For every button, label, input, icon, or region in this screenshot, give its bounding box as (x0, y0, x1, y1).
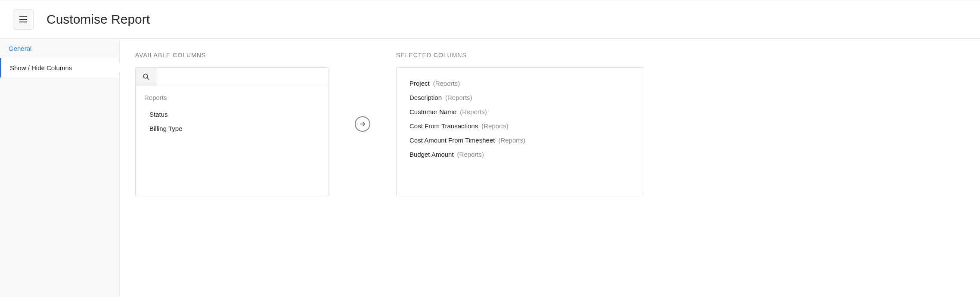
svg-point-0 (143, 74, 148, 78)
selected-item-source: (Reports) (460, 108, 487, 115)
selected-item-source: (Reports) (433, 80, 460, 87)
search-icon (136, 68, 156, 86)
selected-item-label: Cost From Transactions (409, 122, 478, 130)
available-group-label: Reports (144, 94, 320, 101)
selected-columns-block: SELECTED COLUMNS Project (Reports) Descr… (396, 52, 644, 196)
sidebar-item-show-hide-columns[interactable]: Show / Hide Columns (0, 58, 119, 78)
selected-item-label: Customer Name (409, 108, 456, 115)
hamburger-icon (19, 16, 27, 22)
available-item-label: Billing Type (149, 125, 182, 132)
transfer-controls (355, 116, 370, 132)
selected-columns-box: Project (Reports) Description (Reports) … (396, 67, 644, 196)
available-list: Reports Status Billing Type (136, 86, 329, 143)
available-columns-title: AVAILABLE COLUMNS (135, 52, 329, 59)
sidebar-item-general[interactable]: General (0, 39, 119, 58)
available-item-status[interactable]: Status (144, 107, 320, 121)
sidebar-item-label: General (9, 45, 31, 52)
selected-item-cost-from-transactions[interactable]: Cost From Transactions (Reports) (409, 119, 631, 133)
selected-item-description[interactable]: Description (Reports) (409, 90, 631, 105)
move-right-button[interactable] (355, 116, 370, 132)
selected-item-label: Budget Amount (409, 151, 454, 158)
main-area: General Show / Hide Columns AVAILABLE CO… (0, 39, 980, 297)
svg-line-1 (147, 78, 149, 80)
selected-item-label: Description (409, 94, 442, 101)
selected-item-source: (Reports) (498, 136, 525, 144)
sidebar: General Show / Hide Columns (0, 39, 120, 297)
arrow-right-icon (359, 120, 366, 128)
available-columns-box: Reports Status Billing Type (135, 67, 329, 196)
header-bar: Customise Report (0, 0, 980, 39)
selected-item-source: (Reports) (445, 94, 472, 101)
sidebar-item-label: Show / Hide Columns (10, 64, 72, 71)
page-title: Customise Report (47, 12, 150, 27)
selected-columns-title: SELECTED COLUMNS (396, 52, 644, 59)
available-item-billing-type[interactable]: Billing Type (144, 121, 320, 136)
selected-item-budget-amount[interactable]: Budget Amount (Reports) (409, 147, 631, 161)
search-row (136, 68, 329, 86)
selected-item-cost-amount-from-timesheet[interactable]: Cost Amount From Timesheet (Reports) (409, 133, 631, 147)
selected-item-project[interactable]: Project (Reports) (409, 76, 631, 90)
selected-item-customer-name[interactable]: Customer Name (Reports) (409, 105, 631, 119)
menu-button[interactable] (13, 9, 34, 30)
available-columns-block: AVAILABLE COLUMNS Reports Status (135, 52, 329, 196)
search-input[interactable] (156, 68, 329, 86)
available-item-label: Status (149, 111, 168, 118)
selected-item-label: Cost Amount From Timesheet (409, 136, 495, 144)
selected-item-source: (Reports) (481, 122, 509, 130)
content-area: AVAILABLE COLUMNS Reports Status (120, 39, 980, 297)
selected-item-source: (Reports) (457, 151, 484, 158)
selected-item-label: Project (409, 80, 430, 87)
